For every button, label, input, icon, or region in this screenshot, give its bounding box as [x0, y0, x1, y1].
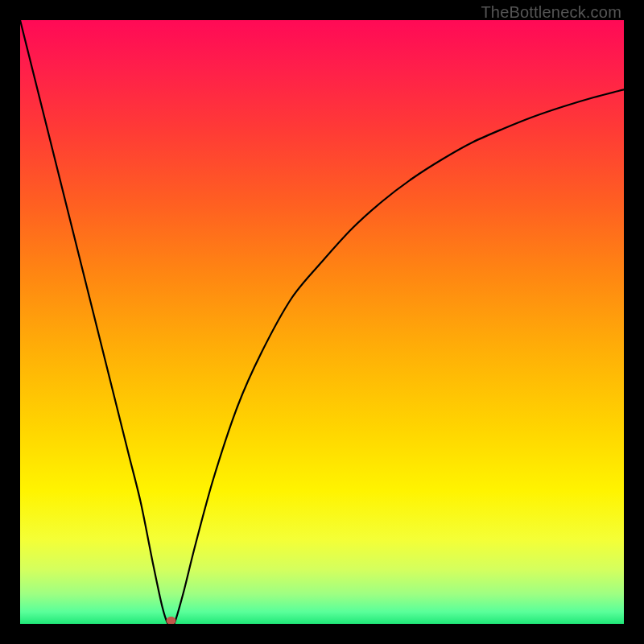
chart-frame: TheBottleneck.com: [0, 0, 644, 644]
bottleneck-curve: [20, 20, 624, 624]
min-marker: [167, 617, 176, 624]
plot-area: [20, 20, 624, 624]
watermark: TheBottleneck.com: [481, 3, 621, 22]
